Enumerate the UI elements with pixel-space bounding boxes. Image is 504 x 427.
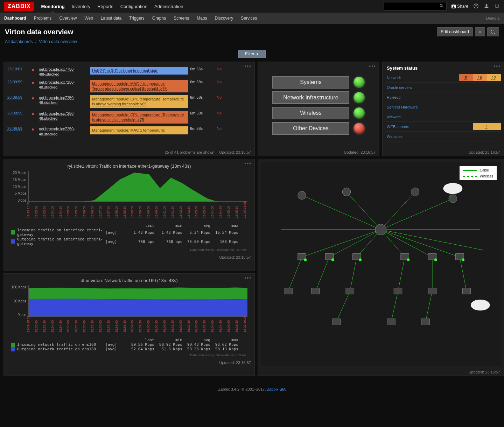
problem-ack[interactable]: No	[217, 80, 231, 84]
widget-menu-icon[interactable]: •••	[493, 63, 501, 69]
widget-menu-icon[interactable]: •••	[244, 275, 252, 281]
widget-menu-icon[interactable]: •••	[244, 161, 252, 166]
subnav-discovery[interactable]: Discovery	[215, 16, 233, 21]
svg-point-43	[331, 258, 334, 261]
edit-dashboard-button[interactable]: Edit dashboard	[437, 27, 473, 36]
sysstat-row[interactable]: Ryleevo	[385, 92, 501, 102]
power-icon[interactable]	[494, 3, 500, 10]
badge-high[interactable]: 16	[473, 74, 487, 81]
sysstat-name[interactable]: WEB servers	[385, 125, 459, 129]
graph1-title: ryl.side1.virton: Traffic on interface e…	[4, 159, 254, 171]
status-name[interactable]: Systems	[272, 76, 349, 89]
sysstat-name[interactable]: Ryleevo	[385, 95, 459, 99]
sysstat-row[interactable]: Network51612	[385, 73, 501, 83]
problem-duration: 6m 58s	[190, 95, 215, 99]
sysstat-row[interactable]: Websites	[385, 132, 501, 141]
sysstat-row[interactable]: WEB servers1	[385, 122, 501, 132]
sysstat-name[interactable]: Oracle servers	[385, 85, 459, 90]
widget-menu-icon[interactable]: •••	[244, 63, 252, 69]
topnav-monitoring[interactable]: Monitoring	[41, 4, 65, 9]
problem-desc[interactable]: Management module: MAC 1 temperature:	[90, 126, 188, 134]
footer: Zabbix 3.4.2. © 2001–2017, Zabbix SIA	[0, 382, 504, 397]
legend-swatch	[11, 230, 15, 234]
status-row: Network Infrastructure	[272, 91, 365, 104]
status-indicator-icon	[354, 77, 365, 88]
breadcrumb-all[interactable]: All dashboards	[5, 39, 33, 44]
status-row: Systems	[272, 76, 365, 89]
page-title: Virton data overview	[5, 28, 73, 36]
problem-row[interactable]: 23:09:59net.brocade.icx7250-48.stackedMa…	[4, 125, 254, 138]
sysstat-row[interactable]: VMware	[385, 112, 501, 122]
subnav-web[interactable]: Web	[84, 16, 93, 21]
breadcrumb-current[interactable]: Virton data overview	[39, 39, 77, 44]
search-input[interactable]	[384, 2, 447, 10]
graph1-plot[interactable]	[28, 171, 247, 202]
network-map[interactable]: Cable Wireless	[261, 162, 501, 366]
problem-desc[interactable]: Unit 2 Fan 3: Fan is not in normal state	[90, 67, 188, 75]
menu-icon[interactable]: ≡	[475, 27, 485, 36]
badge-disaster[interactable]: 5	[459, 74, 473, 81]
subnav-maps[interactable]: Maps	[197, 16, 207, 21]
user-icon[interactable]	[484, 3, 489, 10]
topnav-reports[interactable]: Reports	[97, 4, 113, 9]
topbar: ZABBIX MonitoringInventoryReportsConfigu…	[0, 0, 504, 13]
logo[interactable]: ZABBIX	[4, 2, 34, 11]
subnav-graphs[interactable]: Graphs	[152, 16, 166, 21]
sysstat-name[interactable]: VMware	[385, 115, 459, 119]
svg-line-12	[316, 257, 329, 291]
problem-row[interactable]: 23:10:01net.brocade.icx7750-48F.stackedU…	[4, 65, 254, 78]
problem-desc[interactable]: Management module: CPU temperature: Temp…	[90, 111, 188, 124]
topnav-inventory[interactable]: Inventory	[72, 4, 90, 9]
subnav-triggers[interactable]: Triggers	[129, 16, 145, 21]
problem-host[interactable]: net.brocade.icx7250-48.stacked	[39, 95, 88, 105]
status-name[interactable]: Wireless	[272, 107, 349, 119]
severity-dot-icon	[32, 113, 34, 115]
subnav-problems[interactable]: Problems	[34, 16, 52, 21]
problem-ack[interactable]: No	[217, 111, 231, 115]
subnav-overview[interactable]: Overview	[59, 16, 77, 21]
widget-menu-icon[interactable]: •••	[369, 63, 376, 69]
status-indicator-icon	[354, 92, 365, 103]
status-name[interactable]: Network Infrastructure	[272, 91, 349, 104]
share-button[interactable]: ZShare	[451, 4, 468, 9]
sysstat-name[interactable]: Websites	[385, 134, 459, 139]
topnav-administration[interactable]: Administration	[154, 4, 183, 9]
problem-desc[interactable]: Management module: MAC 1 temperature: Te…	[90, 80, 188, 93]
problem-desc[interactable]: Management module: CPU temperature: Temp…	[90, 95, 188, 108]
network-map-widget: •••	[258, 159, 504, 376]
sysstat-row[interactable]: Servers Hardware	[385, 102, 501, 112]
problem-row[interactable]: 23:09:59net.brocade.icx7250-48.stackedMa…	[4, 110, 254, 125]
badge-average[interactable]: 1	[473, 123, 501, 130]
help-icon[interactable]	[473, 3, 479, 10]
badge-average[interactable]: 12	[487, 74, 501, 81]
svg-line-0	[302, 195, 381, 230]
topnav-configuration[interactable]: Configuration	[120, 4, 147, 9]
problem-row[interactable]: 23:09:59net.brocade.icx7250-48.stackedMa…	[4, 78, 254, 94]
problem-row[interactable]: 23:09:59net.brocade.icx7250-48.stackedMa…	[4, 94, 254, 110]
problem-host[interactable]: net.brocade.icx7250-48.stacked	[39, 80, 88, 90]
problem-host[interactable]: net.brocade.icx7250-48.stacked	[39, 126, 88, 136]
legend-swatch	[11, 239, 15, 244]
severity-dot-icon	[32, 69, 34, 71]
problem-ack[interactable]: No	[217, 95, 231, 99]
fullscreen-icon[interactable]: ⛶	[487, 27, 499, 36]
problem-host[interactable]: net.brocade.icx7250-48.stacked	[39, 111, 88, 121]
status-name[interactable]: Other Devices	[272, 122, 349, 135]
filter-button[interactable]: Filter▼	[238, 50, 266, 58]
subnav-dashboard[interactable]: Dashboard	[4, 16, 26, 21]
svg-point-45	[407, 258, 410, 261]
subnav-services[interactable]: Services	[241, 16, 257, 21]
graph2-plot[interactable]	[28, 285, 247, 317]
sub-nav: DashboardProblemsOverviewWebLatest dataT…	[0, 13, 504, 24]
subnav-latest-data[interactable]: Latest data	[101, 16, 121, 21]
sysstat-row[interactable]: Oracle servers	[385, 83, 501, 92]
sysstat-name[interactable]: Servers Hardware	[385, 105, 459, 109]
svg-line-8	[381, 230, 432, 257]
problem-host[interactable]: net.brocade.icx7750-48F.stacked	[39, 67, 88, 77]
problem-time: 23:09:59	[7, 95, 30, 99]
subnav-screens[interactable]: Screens	[174, 16, 189, 21]
footer-link[interactable]: Zabbix SIA	[267, 387, 286, 391]
sysstat-name[interactable]: Network	[385, 76, 459, 80]
problem-ack[interactable]: No	[217, 126, 231, 131]
problem-ack[interactable]: No	[217, 67, 231, 71]
